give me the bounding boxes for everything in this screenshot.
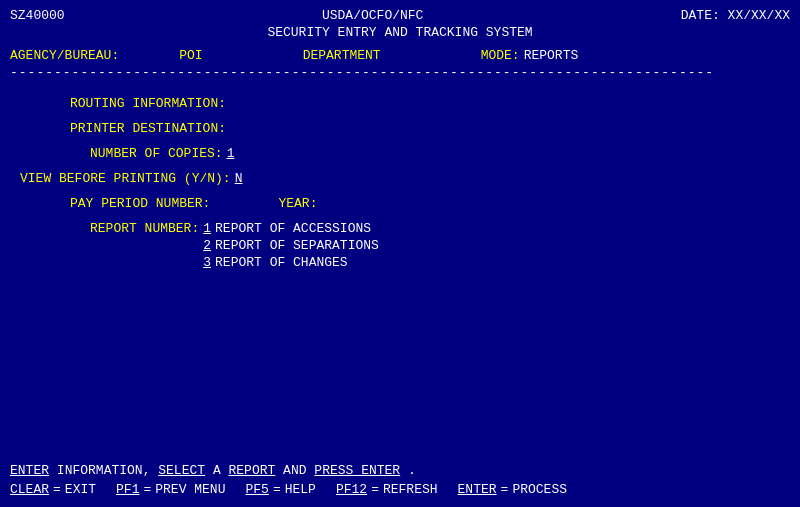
- org-name: USDA/OCFO/NFC: [322, 8, 423, 23]
- pay-period-row: PAY PERIOD NUMBER: YEAR:: [70, 196, 790, 211]
- report-num-2: 2: [203, 238, 211, 253]
- mode-value: REPORTS: [524, 48, 579, 63]
- copies-value: 1: [227, 146, 235, 161]
- report-number-label: REPORT NUMBER:: [90, 221, 199, 272]
- system-id: SZ40000: [10, 8, 65, 23]
- routing-row: ROUTING INFORMATION:: [70, 96, 790, 111]
- key-pf5-desc: HELP: [285, 482, 316, 497]
- instruction-line: ENTER INFORMATION, SELECT A REPORT AND P…: [10, 463, 790, 478]
- view-row: VIEW BEFORE PRINTING (Y/N): N: [20, 171, 790, 186]
- enter-keyword: ENTER: [10, 463, 49, 478]
- key-pf5-equals: =: [273, 482, 281, 497]
- pay-period-label: PAY PERIOD NUMBER:: [70, 196, 210, 211]
- copies-label: NUMBER OF COPIES:: [90, 146, 223, 161]
- printer-label: PRINTER DESTINATION:: [70, 121, 226, 136]
- key-clear-equals: =: [53, 482, 61, 497]
- report-option-1: 1 REPORT OF ACCESSIONS: [203, 221, 379, 236]
- instr-period: .: [408, 463, 416, 478]
- press-enter-keyword: PRESS ENTER: [314, 463, 400, 478]
- report-option-2: 2 REPORT OF SEPARATIONS: [203, 238, 379, 253]
- mode-label: MODE:: [481, 48, 520, 63]
- report-num-1: 1: [203, 221, 211, 236]
- copies-row: NUMBER OF COPIES: 1: [90, 146, 790, 161]
- poi-label: POI: [179, 48, 202, 63]
- bottom-section: ENTER INFORMATION, SELECT A REPORT AND P…: [10, 463, 790, 497]
- date-label: DATE:: [681, 8, 720, 23]
- agency-row: AGENCY/BUREAU: POI DEPARTMENT MODE: REPO…: [10, 48, 790, 63]
- instr-text-2: A: [213, 463, 229, 478]
- view-label: VIEW BEFORE PRINTING (Y/N):: [20, 171, 231, 186]
- key-clear[interactable]: CLEAR = EXIT: [10, 482, 96, 497]
- key-pf1-name: PF1: [116, 482, 139, 497]
- view-value: N: [235, 171, 243, 186]
- report-keyword: REPORT: [228, 463, 275, 478]
- date-field: DATE: XX/XX/XX: [681, 8, 790, 23]
- year-label: YEAR:: [278, 196, 317, 211]
- report-option-3: 3 REPORT OF CHANGES: [203, 255, 379, 270]
- key-pf1-desc: PREV MENU: [155, 482, 225, 497]
- select-keyword: SELECT: [158, 463, 205, 478]
- printer-row: PRINTER DESTINATION:: [70, 121, 790, 136]
- page-title: SECURITY ENTRY AND TRACKING SYSTEM: [10, 25, 790, 40]
- key-pf5-name: PF5: [245, 482, 268, 497]
- key-enter-equals: =: [501, 482, 509, 497]
- report-text-2: REPORT OF SEPARATIONS: [215, 238, 379, 253]
- report-number-section: REPORT NUMBER: 1 REPORT OF ACCESSIONS 2 …: [90, 221, 790, 272]
- department-label: DEPARTMENT: [303, 48, 381, 63]
- divider: ----------------------------------------…: [10, 65, 790, 80]
- key-pf12[interactable]: PF12 = REFRESH: [336, 482, 438, 497]
- date-value: XX/XX/XX: [728, 8, 790, 23]
- key-pf1[interactable]: PF1 = PREV MENU: [116, 482, 225, 497]
- report-options: 1 REPORT OF ACCESSIONS 2 REPORT OF SEPAR…: [203, 221, 379, 272]
- key-pf12-desc: REFRESH: [383, 482, 438, 497]
- key-clear-desc: EXIT: [65, 482, 96, 497]
- key-pf12-name: PF12: [336, 482, 367, 497]
- report-text-3: REPORT OF CHANGES: [215, 255, 348, 270]
- agency-label: AGENCY/BUREAU:: [10, 48, 119, 63]
- key-pf12-equals: =: [371, 482, 379, 497]
- instr-text-1: INFORMATION,: [57, 463, 158, 478]
- key-pf5[interactable]: PF5 = HELP: [245, 482, 315, 497]
- report-text-1: REPORT OF ACCESSIONS: [215, 221, 371, 236]
- report-num-3: 3: [203, 255, 211, 270]
- key-enter[interactable]: ENTER = PROCESS: [458, 482, 567, 497]
- form-area: ROUTING INFORMATION: PRINTER DESTINATION…: [10, 96, 790, 272]
- key-pf1-equals: =: [143, 482, 151, 497]
- key-enter-desc: PROCESS: [512, 482, 567, 497]
- key-clear-name: CLEAR: [10, 482, 49, 497]
- key-row: CLEAR = EXIT PF1 = PREV MENU PF5 = HELP …: [10, 482, 790, 497]
- instr-text-3: AND: [283, 463, 314, 478]
- routing-label: ROUTING INFORMATION:: [70, 96, 226, 111]
- key-enter-name: ENTER: [458, 482, 497, 497]
